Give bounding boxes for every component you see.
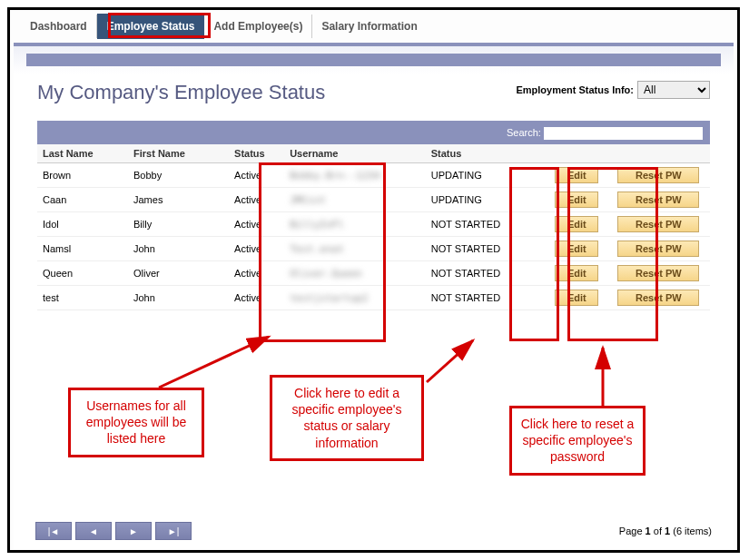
cell-update-status: NOT STARTED (426, 261, 547, 286)
reset-pw-button[interactable]: Reset PW (617, 192, 699, 208)
cell-last-name: Caan (37, 188, 128, 212)
cell-status: Active (229, 237, 284, 261)
cell-last-name: Queen (37, 261, 128, 286)
pager-prev-button[interactable]: ◄ (75, 522, 112, 540)
table-row: BrownBobbyActiveBobby.Brn--1234UPDATINGE… (37, 163, 710, 188)
annotation-reset: Click here to reset a specific employee'… (509, 406, 646, 476)
edit-button[interactable]: Edit (555, 241, 598, 257)
col-status2[interactable]: Status (426, 144, 547, 163)
cell-update-status: UPDATING (426, 163, 547, 188)
cell-username: JMCsst (284, 188, 426, 212)
edit-button[interactable]: Edit (555, 265, 598, 281)
tab-employee-status[interactable]: Employee Status (97, 14, 205, 39)
grid: Search: Last Name First Name Status User… (37, 121, 710, 310)
cell-status: Active (229, 212, 284, 237)
cell-first-name: James (128, 188, 229, 212)
search-bar: Search: (37, 126, 710, 144)
cell-username: Oliver.Queen (284, 261, 426, 286)
reset-pw-button[interactable]: Reset PW (617, 216, 699, 232)
pager-next-button[interactable]: ► (115, 522, 152, 540)
reset-pw-button[interactable]: Reset PW (617, 167, 699, 183)
cell-username: testjstartup2 (284, 286, 426, 310)
employment-status-select[interactable]: All (637, 81, 710, 99)
pager-info: Page 1 of 1 (6 items) (619, 526, 712, 536)
panel-top-bar (26, 54, 721, 66)
tab-salary-information[interactable]: Salary Information (312, 15, 426, 38)
first-icon: |◄ (48, 526, 60, 536)
col-status[interactable]: Status (229, 144, 284, 163)
last-icon: ►| (168, 526, 180, 536)
tab-add-employees[interactable]: Add Employee(s) (204, 15, 312, 38)
search-input[interactable] (544, 127, 703, 140)
cell-last-name: test (37, 286, 128, 310)
page-title: My Company's Employee Status (37, 81, 325, 104)
col-username[interactable]: Username (284, 144, 426, 163)
filter-row: Employment Status Info: All (516, 81, 710, 99)
cell-first-name: Bobby (128, 163, 229, 188)
table-row: QueenOliverActiveOliver.QueenNOT STARTED… (37, 261, 710, 286)
edit-button[interactable]: Edit (555, 290, 598, 306)
search-label: Search: (507, 127, 541, 138)
tab-bar: Dashboard Employee Status Add Employee(s… (14, 14, 734, 39)
employee-table: Last Name First Name Status Username Sta… (37, 144, 710, 310)
cell-status: Active (229, 261, 284, 286)
col-edit (547, 144, 607, 163)
cell-first-name: John (128, 286, 229, 310)
col-last-name[interactable]: Last Name (37, 144, 128, 163)
annotation-edit: Click here to edit a specific employee's… (270, 375, 424, 461)
reset-pw-button[interactable]: Reset PW (617, 290, 699, 306)
cell-last-name: Idol (37, 212, 128, 237)
cell-update-status: NOT STARTED (426, 237, 547, 261)
main-panel: My Company's Employee Status Employment … (14, 43, 734, 549)
table-row: testJohnActivetestjstartup2NOT STARTEDEd… (37, 286, 710, 310)
cell-status: Active (229, 188, 284, 212)
filter-label: Employment Status Info: (516, 84, 634, 95)
cell-first-name: Oliver (128, 261, 229, 286)
edit-button[interactable]: Edit (555, 167, 598, 183)
cell-first-name: Billy (128, 212, 229, 237)
cell-username: BillyInFl (284, 212, 426, 237)
pager-last-button[interactable]: ►| (155, 522, 192, 540)
col-first-name[interactable]: First Name (128, 144, 229, 163)
cell-last-name: Namsl (37, 237, 128, 261)
cell-last-name: Brown (37, 163, 128, 188)
table-row: IdolBillyActiveBillyInFlNOT STARTEDEditR… (37, 212, 710, 237)
cell-username: Test.enat (284, 237, 426, 261)
annotation-usernames: Usernames for all employees will be list… (68, 388, 204, 457)
cell-status: Active (229, 163, 284, 188)
pager-first-button[interactable]: |◄ (35, 522, 72, 540)
table-row: CaanJamesActiveJMCsstUPDATINGEditReset P… (37, 188, 710, 212)
reset-pw-button[interactable]: Reset PW (617, 241, 699, 257)
cell-update-status: UPDATING (426, 188, 547, 212)
table-row: NamslJohnActiveTest.enatNOT STARTEDEditR… (37, 237, 710, 261)
pager: |◄ ◄ ► ►| Page 1 of 1 (6 items) (35, 522, 712, 540)
svg-line-0 (159, 337, 269, 388)
next-icon: ► (129, 526, 138, 536)
svg-line-1 (427, 340, 473, 382)
col-reset (607, 144, 710, 163)
edit-button[interactable]: Edit (555, 216, 598, 232)
cell-username: Bobby.Brn--1234 (284, 163, 426, 188)
edit-button[interactable]: Edit (555, 192, 598, 208)
cell-status: Active (229, 286, 284, 310)
cell-update-status: NOT STARTED (426, 286, 547, 310)
prev-icon: ◄ (89, 526, 98, 536)
panel-content: My Company's Employee Status Employment … (26, 66, 721, 319)
reset-pw-button[interactable]: Reset PW (617, 265, 699, 281)
app-frame: Dashboard Employee Status Add Employee(s… (7, 7, 740, 553)
cell-first-name: John (128, 237, 229, 261)
cell-update-status: NOT STARTED (426, 212, 547, 237)
tab-dashboard[interactable]: Dashboard (21, 15, 97, 38)
